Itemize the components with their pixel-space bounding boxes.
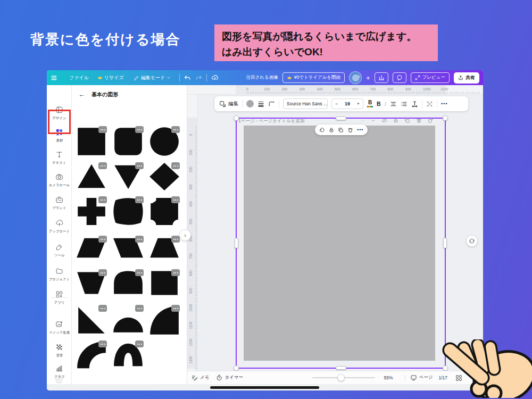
selection-handle[interactable] — [235, 238, 238, 248]
shape-inverted-trapezoid[interactable] — [75, 268, 108, 298]
sidebar-item-projects[interactable]: プロジェクト — [47, 265, 72, 287]
sidebar-item-upload[interactable]: アップロード — [47, 218, 72, 239]
comments-button[interactable] — [393, 72, 406, 83]
insights-button[interactable] — [375, 72, 388, 83]
border-weight-icon[interactable] — [257, 101, 264, 107]
delete-icon[interactable] — [347, 127, 353, 133]
font-family-select[interactable]: Source Han Sans ... — [283, 98, 328, 109]
shape-more-icon[interactable] — [98, 126, 107, 133]
selection-handle[interactable] — [336, 117, 346, 120]
font-size-plus[interactable]: + — [357, 101, 360, 106]
bold-button[interactable]: B — [377, 101, 381, 107]
home-indicator[interactable] — [210, 386, 319, 389]
sidebar-item-tools[interactable]: ツール — [47, 242, 72, 263]
bullet-list-icon[interactable] — [401, 101, 408, 107]
sidebar-item-apps[interactable]: アプリ — [47, 289, 72, 310]
shape-cross[interactable] — [75, 195, 108, 228]
selection-handle[interactable] — [443, 115, 448, 121]
edit-image-button[interactable]: 編集 — [219, 101, 238, 107]
sidebar-item-camera[interactable]: カメラロール — [47, 171, 72, 193]
page-label[interactable]: 1ページ - ページタイトルを追加 — [238, 118, 305, 124]
transparency-icon[interactable] — [426, 101, 433, 107]
shape-semicircle[interactable] — [112, 304, 145, 337]
lock-icon[interactable] — [329, 127, 334, 133]
add-collaborator-button[interactable]: + — [366, 74, 370, 82]
shape-more-icon[interactable] — [135, 126, 144, 133]
move-up-icon[interactable] — [360, 118, 365, 123]
shape-more-icon[interactable] — [171, 236, 180, 243]
file-menu[interactable]: ファイル — [69, 74, 89, 81]
sidebar-item-text[interactable]: テキスト — [47, 149, 72, 170]
shape-parallelogram-left[interactable] — [112, 235, 145, 261]
line-path-icon[interactable] — [268, 101, 275, 107]
shape-squish-square[interactable] — [112, 195, 145, 228]
shape-arch[interactable] — [112, 268, 145, 298]
menu-icon[interactable] — [51, 74, 57, 81]
lock-icon[interactable] — [393, 118, 398, 123]
shape-parallelogram-right[interactable] — [75, 235, 108, 261]
italic-button[interactable]: I — [385, 101, 387, 107]
undo-icon[interactable] — [184, 74, 191, 81]
rotate-icon[interactable] — [319, 127, 325, 133]
more-options-icon[interactable]: ••• — [441, 101, 447, 106]
pages-button[interactable]: ページ — [410, 375, 433, 381]
trial-button[interactable]: ¥0でトライアルを開始 — [282, 72, 345, 83]
shape-circle[interactable] — [148, 125, 181, 158]
shape-more-icon[interactable] — [135, 196, 144, 203]
selection-handle[interactable] — [336, 366, 346, 370]
shape-more-icon[interactable] — [135, 162, 144, 169]
selection-handle[interactable] — [443, 238, 447, 248]
selection-box[interactable] — [236, 118, 446, 369]
shape-more-icon[interactable] — [171, 305, 180, 312]
resize-menu[interactable]: リサイズ — [97, 74, 124, 81]
sidebar-item-magic[interactable]: マジック生成 — [47, 319, 72, 340]
shape-quarter-circle[interactable] — [148, 304, 181, 337]
shape-more-icon[interactable] — [98, 236, 107, 243]
align-center-icon[interactable] — [390, 101, 397, 107]
font-size-minus[interactable]: − — [335, 101, 338, 106]
duplicate-icon[interactable] — [338, 127, 344, 133]
letter-spacing-icon[interactable] — [411, 101, 418, 107]
shape-more-icon[interactable] — [98, 196, 107, 203]
shape-more-icon[interactable] — [135, 236, 144, 243]
shape-more-icon[interactable] — [135, 340, 144, 347]
shape-more-icon[interactable] — [171, 162, 180, 169]
shape-more-icon[interactable] — [135, 269, 144, 276]
shape-more-icon[interactable] — [171, 126, 180, 133]
back-arrow-icon[interactable]: ← — [78, 90, 85, 98]
fill-color-swatch[interactable] — [246, 100, 254, 107]
zoom-slider[interactable] — [312, 377, 375, 378]
move-down-icon[interactable] — [371, 118, 376, 123]
memo-button[interactable]: メモ — [192, 375, 209, 381]
shape-more-icon[interactable] — [98, 340, 107, 347]
sidebar-item-brand[interactable]: ブランド — [47, 194, 72, 215]
preview-button[interactable]: プレビュー — [411, 72, 450, 83]
more-options-icon[interactable]: ••• — [357, 127, 363, 132]
sidebar-item-background[interactable]: 背景 — [47, 342, 72, 363]
shape-triangle[interactable] — [75, 161, 108, 192]
shape-diamond[interactable] — [148, 161, 181, 192]
shape-quarter-ring[interactable] — [75, 339, 108, 370]
duplicate-icon[interactable] — [404, 118, 410, 123]
selection-handle[interactable] — [234, 365, 239, 371]
shape-trapezoid[interactable] — [148, 235, 181, 261]
shape-right-triangle[interactable] — [75, 304, 108, 337]
shape-more-icon[interactable] — [171, 269, 180, 276]
shape-rounded-square[interactable] — [112, 125, 145, 158]
edit-mode-menu[interactable]: 編集モード — [134, 74, 171, 81]
shape-more-icon[interactable] — [98, 162, 107, 169]
featured-image-link[interactable]: 注目される画像 — [246, 74, 278, 81]
shape-more-icon[interactable] — [98, 269, 107, 276]
shape-square[interactable] — [75, 125, 108, 158]
rotate-selection-button[interactable] — [466, 235, 478, 247]
delete-icon[interactable] — [416, 118, 422, 123]
avatar[interactable] — [349, 71, 362, 84]
share-button[interactable]: 共有 — [454, 72, 479, 84]
shape-more-icon[interactable] — [98, 305, 107, 312]
shape-more-icon[interactable] — [135, 305, 144, 312]
zoom-slider-knob[interactable] — [337, 374, 345, 381]
collapse-panel-button[interactable]: ‹ — [179, 229, 191, 241]
redo-icon[interactable] — [195, 74, 202, 81]
shape-more-icon[interactable] — [171, 196, 180, 203]
shape-inverted-triangle[interactable] — [112, 161, 145, 192]
